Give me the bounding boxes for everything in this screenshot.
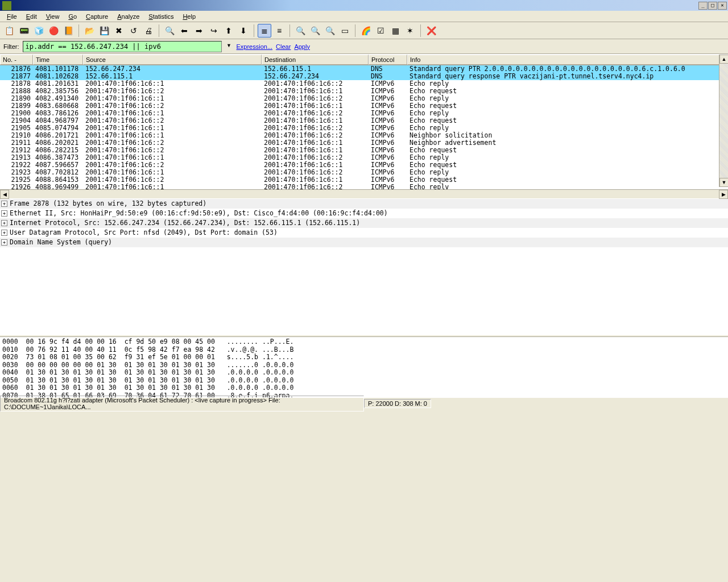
toolbar-btn-0[interactable]: 📋: [2, 24, 16, 38]
toolbar-btn-3[interactable]: 🔴: [47, 24, 60, 38]
toolbar-btn-7[interactable]: 💾: [97, 24, 111, 38]
window-titlebar: _ □ ✕: [0, 0, 728, 11]
column-info[interactable]: Info: [407, 55, 728, 65]
menu-edit[interactable]: Edit: [22, 12, 42, 21]
filter-bar: Filter: ▼ Expression... Clear Apply: [0, 39, 728, 54]
packet-row[interactable]: 219264088.9694992001:470:1f06:1c6::12001…: [0, 184, 728, 189]
toolbar: 📋📟🧊🔴📙📂💾✖↺🖨🔍⬅➡↪⬆⬇≣≡🔍🔍🔍▭🌈☑▦✶❌: [0, 22, 728, 39]
toolbar-btn-22[interactable]: 🔍: [293, 24, 307, 38]
packet-row[interactable]: 219054085.0747942001:470:1f06:1c6::12001…: [0, 124, 728, 132]
toolbar-btn-1[interactable]: 📟: [17, 24, 31, 38]
packet-row[interactable]: 219224087.5966572001:470:1f06:1c6::22001…: [0, 161, 728, 169]
column-time[interactable]: Time: [33, 55, 83, 65]
vertical-scrollbar[interactable]: ▲ ▼: [719, 55, 728, 187]
toolbar-btn-32[interactable]: ❌: [424, 24, 438, 38]
packet-row[interactable]: 218784081.2016312001:470:1f06:1c6::12001…: [0, 80, 728, 88]
packet-row[interactable]: 218994083.6806682001:470:1f06:1c6::22001…: [0, 102, 728, 110]
menu-analyze[interactable]: Analyze: [113, 12, 144, 21]
toolbar-btn-25[interactable]: ▭: [338, 24, 351, 38]
menubar: FileEditViewGoCaptureAnalyzeStatisticsHe…: [0, 11, 728, 22]
expand-icon[interactable]: +: [1, 239, 7, 246]
tree-row[interactable]: +Frame 2878 (132 bytes on wire, 132 byte…: [0, 199, 728, 209]
toolbar-btn-19[interactable]: ≣: [258, 24, 271, 38]
toolbar-btn-30[interactable]: ✶: [403, 24, 417, 38]
expand-icon[interactable]: +: [1, 201, 7, 207]
toolbar-btn-20[interactable]: ≡: [272, 24, 286, 38]
menu-statistics[interactable]: Statistics: [144, 12, 178, 21]
toolbar-btn-4[interactable]: 📙: [61, 24, 75, 38]
expand-icon[interactable]: +: [1, 220, 7, 226]
packet-row[interactable]: 219044084.9687972001:470:1f06:1c6::22001…: [0, 117, 728, 124]
packet-row[interactable]: 219004083.7861262001:470:1f06:1c6::12001…: [0, 110, 728, 117]
menu-capture[interactable]: Capture: [81, 12, 113, 21]
menu-help[interactable]: Help: [178, 12, 200, 21]
menu-file[interactable]: File: [2, 12, 22, 21]
toolbar-btn-9[interactable]: ↺: [127, 24, 140, 38]
toolbar-btn-15[interactable]: ↪: [207, 24, 221, 38]
toolbar-btn-17[interactable]: ⬇: [237, 24, 250, 38]
packet-row[interactable]: 218904082.4913402001:470:1f06:1c6::12001…: [0, 95, 728, 102]
packet-row[interactable]: 219134086.3874732001:470:1f06:1c6::12001…: [0, 154, 728, 161]
toolbar-btn-13[interactable]: ⬅: [177, 24, 191, 38]
scroll-right-icon[interactable]: ▶: [719, 190, 728, 199]
column-source[interactable]: Source: [83, 55, 262, 65]
scroll-up-icon[interactable]: ▲: [719, 55, 728, 64]
maximize-button[interactable]: □: [708, 2, 717, 10]
status-right: P: 22000 D: 308 M: 0: [364, 399, 431, 408]
toolbar-btn-27[interactable]: 🌈: [359, 24, 373, 38]
horizontal-scrollbar[interactable]: ◀ ▶: [0, 189, 728, 198]
packet-row[interactable]: 218774081.102628152.66.115.1152.66.247.2…: [0, 73, 728, 80]
scroll-left-icon[interactable]: ◀: [0, 190, 9, 199]
toolbar-btn-23[interactable]: 🔍: [308, 24, 322, 38]
packet-details: +Frame 2878 (132 bytes on wire, 132 byte…: [0, 198, 728, 335]
toolbar-btn-29[interactable]: ▦: [388, 24, 402, 38]
scroll-down-icon[interactable]: ▼: [719, 178, 728, 187]
packet-row[interactable]: 219234087.7028122001:470:1f06:1c6::12001…: [0, 169, 728, 176]
toolbar-btn-16[interactable]: ⬆: [222, 24, 235, 38]
column-no[interactable]: No. ‑: [0, 55, 33, 65]
filter-label: Filter:: [3, 43, 19, 50]
minimize-button[interactable]: _: [698, 2, 708, 10]
toolbar-btn-14[interactable]: ➡: [192, 24, 206, 38]
tree-row[interactable]: +User Datagram Protocol, Src Port: nfsd …: [0, 228, 728, 238]
app-icon: [2, 1, 11, 10]
packet-row[interactable]: 219104086.2017212001:470:1f06:1c6::12001…: [0, 132, 728, 139]
menu-view[interactable]: View: [42, 12, 64, 21]
toolbar-btn-8[interactable]: ✖: [112, 24, 126, 38]
packet-list-header: No. ‑ Time Source Destination Protocol I…: [0, 55, 728, 65]
packet-row[interactable]: 219124086.2822152001:470:1f06:1c6::22001…: [0, 147, 728, 154]
toolbar-btn-6[interactable]: 📂: [82, 24, 96, 38]
tree-row[interactable]: +Internet Protocol, Src: 152.66.247.234 …: [0, 218, 728, 228]
packet-row[interactable]: 218764081.101178152.66.247.234152.66.115…: [0, 65, 728, 73]
toolbar-btn-2[interactable]: 🧊: [32, 24, 46, 38]
toolbar-btn-28[interactable]: ☑: [374, 24, 387, 38]
expand-icon[interactable]: +: [1, 230, 7, 236]
tree-row[interactable]: +Ethernet II, Src: HonHaiPr_9d:50:e9 (00…: [0, 209, 728, 218]
toolbar-btn-12[interactable]: 🔍: [163, 24, 176, 38]
packet-row[interactable]: 219114086.2020212001:470:1f06:1c6::22001…: [0, 139, 728, 147]
toolbar-btn-24[interactable]: 🔍: [323, 24, 337, 38]
expression-button[interactable]: Expression...: [237, 43, 273, 50]
apply-button[interactable]: Apply: [294, 43, 310, 50]
filter-dropdown-icon[interactable]: ▼: [225, 43, 233, 51]
clear-button[interactable]: Clear: [276, 43, 291, 50]
menu-go[interactable]: Go: [64, 12, 81, 21]
packet-row[interactable]: 219254088.8641532001:470:1f06:1c6::22001…: [0, 176, 728, 184]
tree-row[interactable]: +Domain Name System (query): [0, 238, 728, 247]
status-left: Broadcom 802.11g h?l?zati adapter (Micro…: [0, 396, 364, 411]
column-protocol[interactable]: Protocol: [369, 55, 407, 65]
filter-input[interactable]: [23, 41, 222, 52]
column-destination[interactable]: Destination: [262, 55, 369, 65]
packet-bytes: 0000 00 16 9c f4 d4 00 00 16 cf 9d 50 e9…: [0, 337, 728, 397]
toolbar-btn-10[interactable]: 🖨: [142, 24, 155, 38]
packet-list: No. ‑ Time Source Destination Protocol I…: [0, 54, 728, 196]
expand-icon[interactable]: +: [1, 210, 7, 217]
statusbar: Broadcom 802.11g h?l?zati adapter (Micro…: [0, 397, 728, 409]
packet-row[interactable]: 218884082.3857562001:470:1f06:1c6::22001…: [0, 88, 728, 95]
close-button[interactable]: ✕: [718, 2, 727, 10]
